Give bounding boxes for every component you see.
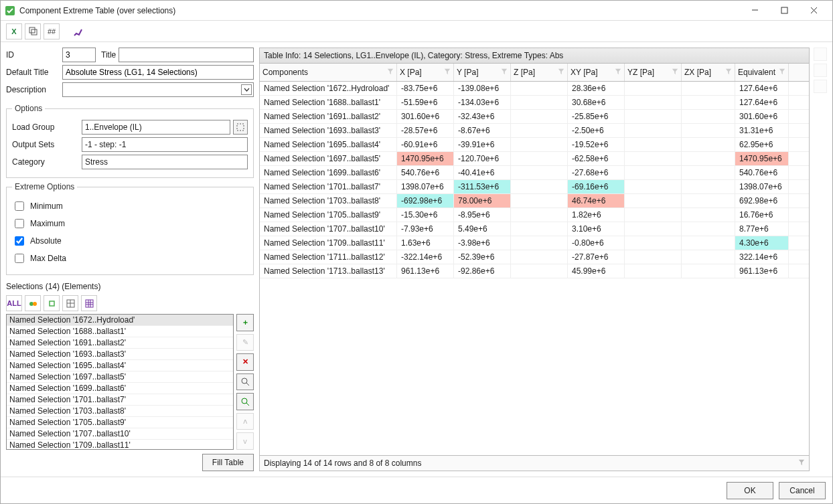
cancel-button[interactable]: Cancel — [779, 482, 826, 499]
select-grid1-button[interactable] — [62, 295, 78, 311]
table-cell: 1.63e+6 — [397, 236, 454, 250]
output-sets-select[interactable]: -1 - step: -1 — [82, 137, 248, 152]
filter-icon[interactable] — [387, 68, 394, 77]
list-item[interactable]: Named Selection '1688..ballast1' — [7, 326, 233, 337]
list-item[interactable]: Named Selection '1709..ballast11' — [7, 440, 233, 450]
table-cell: -28.57e+6 — [397, 124, 454, 137]
load-group-pick-button[interactable] — [233, 120, 248, 135]
column-header[interactable]: Z [Pa] — [511, 64, 568, 81]
add-selection-button[interactable]: ＋ — [236, 314, 254, 331]
table-row[interactable]: Named Selection '1703..ballast8'-692.98e… — [260, 194, 809, 208]
table-cell — [625, 250, 682, 264]
select-all-button[interactable]: ALL — [6, 295, 22, 311]
selections-list[interactable]: Named Selection '1672..Hydroload'Named S… — [6, 314, 234, 450]
edit-selection-button[interactable]: ✎ — [236, 334, 254, 351]
max-delta-checkbox[interactable] — [15, 254, 24, 263]
table-row[interactable]: Named Selection '1691..ballast2'301.60e+… — [260, 110, 809, 124]
filter-icon[interactable] — [798, 458, 805, 468]
table-row[interactable]: Named Selection '1711..ballast12'-322.14… — [260, 250, 809, 264]
id-input[interactable] — [62, 48, 96, 62]
side-misc-button[interactable] — [814, 80, 827, 93]
column-header[interactable]: YZ [Pa] — [625, 64, 682, 81]
table-cell: -62.58e+6 — [568, 152, 625, 165]
maximize-button[interactable] — [769, 1, 799, 20]
column-header[interactable]: ZX [Pa] — [682, 64, 735, 81]
column-header[interactable]: Equivalent — [735, 64, 789, 81]
default-title-label: Default Title — [6, 68, 60, 77]
filter-icon[interactable] — [558, 68, 564, 77]
table-info: Table Info: 14 Selections, LG1..Envelope… — [260, 48, 809, 64]
table-row[interactable]: Named Selection '1707..ballast10'-7.93e+… — [260, 222, 809, 236]
maximum-checkbox[interactable] — [15, 219, 24, 228]
table-cell: 30.68e+6 — [568, 96, 625, 109]
table-cell: 46.74e+6 — [568, 194, 625, 207]
table-row[interactable]: Named Selection '1709..ballast11'1.63e+6… — [260, 236, 809, 250]
table-row[interactable]: Named Selection '1701..ballast7'1398.07e… — [260, 180, 809, 194]
list-item[interactable]: Named Selection '1699..ballast6' — [7, 383, 233, 394]
column-header[interactable]: Components — [260, 64, 397, 81]
filter-icon[interactable] — [672, 68, 678, 77]
list-item[interactable]: Named Selection '1703..ballast8' — [7, 406, 233, 417]
column-header[interactable]: Y [Pa] — [454, 64, 511, 81]
list-item[interactable]: Named Selection '1695..ballast4' — [7, 360, 233, 371]
table-row[interactable]: Named Selection '1672..Hydroload'-83.75e… — [260, 82, 809, 96]
list-item[interactable]: Named Selection '1707..ballast10' — [7, 428, 233, 440]
list-item[interactable]: Named Selection '1672..Hydroload' — [7, 315, 233, 326]
table-body[interactable]: Named Selection '1672..Hydroload'-83.75e… — [260, 82, 809, 455]
table-cell: 961.13e+6 — [397, 264, 454, 278]
list-item[interactable]: Named Selection '1691..ballast2' — [7, 337, 233, 349]
table-cell — [511, 222, 568, 236]
column-header[interactable]: X [Pa] — [397, 64, 454, 81]
find-selection-button[interactable] — [236, 373, 254, 391]
absolute-checkbox[interactable] — [15, 236, 24, 246]
table-row[interactable]: Named Selection '1699..ballast6'540.76e+… — [260, 166, 809, 180]
find-selection-green-button[interactable] — [236, 393, 254, 410]
ok-button[interactable]: OK — [727, 482, 773, 499]
list-item[interactable]: Named Selection '1697..ballast5' — [7, 371, 233, 383]
decimals-button[interactable]: ## — [44, 23, 60, 39]
select-grid2-button[interactable] — [81, 295, 97, 311]
side-grid-button[interactable] — [814, 64, 827, 77]
filter-icon[interactable] — [779, 68, 785, 77]
table-cell: 1470.95e+6 — [735, 152, 789, 165]
category-select[interactable]: Stress — [82, 155, 248, 169]
column-header[interactable]: XY [Pa] — [568, 64, 625, 81]
filter-icon[interactable] — [725, 68, 732, 77]
minimize-button[interactable] — [740, 1, 769, 20]
table-cell: 28.36e+6 — [568, 82, 625, 95]
fill-table-button[interactable]: Fill Table — [202, 454, 254, 471]
list-item[interactable]: Named Selection '1693..ballast3' — [7, 349, 233, 360]
select-visible-button[interactable] — [25, 295, 41, 311]
move-down-button[interactable]: v — [236, 432, 254, 450]
side-chart-button[interactable] — [814, 48, 827, 61]
select-cube-button[interactable] — [44, 295, 60, 311]
filter-icon[interactable] — [501, 68, 508, 77]
absolute-label: Absolute — [30, 236, 62, 246]
export-excel-button[interactable]: X — [6, 23, 22, 39]
list-item[interactable]: Named Selection '1701..ballast7' — [7, 394, 233, 406]
table-cell — [625, 138, 682, 151]
title-input[interactable] — [119, 48, 254, 62]
table-row[interactable]: Named Selection '1695..ballast4'-60.91e+… — [260, 138, 809, 152]
move-up-button[interactable]: ʌ — [236, 413, 254, 430]
table-row[interactable]: Named Selection '1713..ballast13'961.13e… — [260, 264, 809, 278]
copy-button[interactable] — [25, 23, 41, 39]
table-cell: -60.91e+6 — [397, 138, 454, 151]
minimum-checkbox[interactable] — [15, 201, 24, 211]
close-button[interactable] — [799, 1, 828, 20]
load-group-select[interactable]: 1..Envelope (IL) — [82, 120, 230, 135]
table-cell: 16.76e+6 — [735, 208, 789, 222]
filter-icon[interactable] — [444, 68, 451, 77]
default-title-input[interactable] — [62, 65, 254, 80]
highlight-button[interactable] — [70, 23, 86, 39]
chevron-down-icon[interactable] — [241, 84, 252, 95]
table-row[interactable]: Named Selection '1705..ballast9'-15.30e+… — [260, 208, 809, 222]
table-row[interactable]: Named Selection '1688..ballast1'-51.59e+… — [260, 96, 809, 110]
table-row[interactable]: Named Selection '1693..ballast3'-28.57e+… — [260, 124, 809, 138]
remove-selection-button[interactable]: ✕ — [236, 353, 254, 371]
max-delta-label: Max Delta — [30, 254, 66, 263]
filter-icon[interactable] — [615, 68, 621, 77]
list-item[interactable]: Named Selection '1705..ballast9' — [7, 417, 233, 428]
table-cell: 1398.07e+6 — [735, 180, 789, 193]
table-row[interactable]: Named Selection '1697..ballast5'1470.95e… — [260, 152, 809, 166]
